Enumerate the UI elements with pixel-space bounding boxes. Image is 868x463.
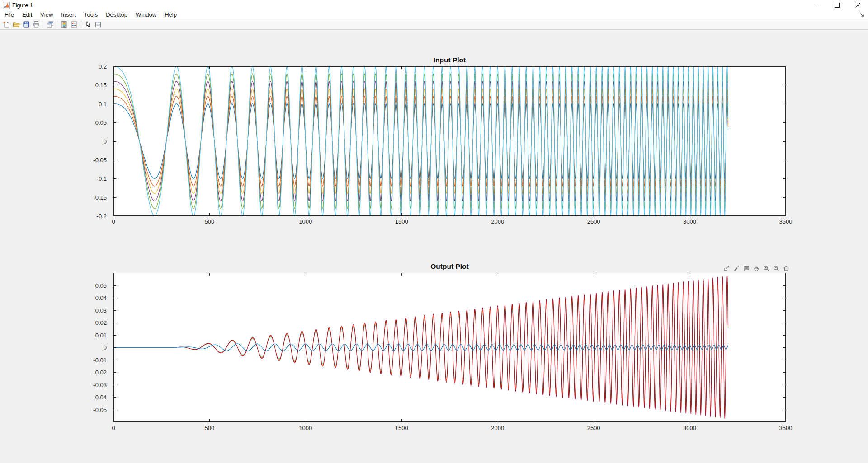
minimize-button[interactable] (806, 0, 826, 10)
output-plot-y-tick-label: 0.03 (74, 307, 107, 314)
output-plot-y-tick-label: 0 (74, 344, 107, 351)
input-plot-x-tick-label: 1000 (290, 218, 321, 225)
close-icon (855, 3, 860, 8)
output-plot-y-tick-label: 0.01 (74, 332, 107, 339)
link-plot-button[interactable] (45, 20, 55, 29)
maximize-button[interactable] (826, 0, 847, 10)
input-plot-y-tick-label: 0.05 (74, 119, 107, 126)
toolbar-overflow-arrow-icon[interactable] (859, 13, 865, 18)
input-plot-x-tick-label: 3000 (674, 218, 706, 225)
toolbar-separator (81, 21, 81, 28)
output-plot-y-tick-label: 0.04 (74, 295, 107, 301)
menu-item-desktop[interactable]: Desktop (102, 10, 132, 19)
input-plot-y-tick-label: -0.15 (74, 194, 107, 201)
insert-legend-button[interactable] (69, 20, 79, 29)
input-plot-y-tick-label: -0.2 (74, 213, 107, 220)
input-plot-y-tick-label: 0.1 (74, 101, 107, 108)
print-figure-button[interactable] (31, 20, 41, 29)
output-plot-x-tick-label: 2500 (578, 425, 609, 431)
output-plot-x-tick-label: 1000 (290, 425, 321, 431)
input-plot-canvas[interactable] (113, 66, 786, 216)
figure-canvas-area: Input Plot05001000150020002500300035000.… (0, 30, 868, 463)
link-plot-icon (47, 21, 54, 28)
output-plot-y-tick-label: -0.04 (74, 394, 107, 401)
output-plot-title: Output Plot (113, 262, 786, 271)
input-plot-x-tick-label: 500 (193, 218, 225, 225)
output-plot-x-tick-label: 500 (193, 425, 225, 431)
matlab-logo-icon (3, 2, 10, 9)
output-plot-canvas[interactable] (113, 273, 786, 422)
insert-colorbar-button[interactable] (59, 20, 69, 29)
menu-item-help[interactable]: Help (160, 10, 181, 19)
insert-colorbar-icon (61, 21, 68, 28)
maximize-icon (835, 3, 840, 8)
output-plot-y-tick-label: -0.05 (74, 407, 107, 413)
output-plot-x-tick-label: 3000 (674, 425, 706, 431)
output-plot-y-tick-label: 0.05 (74, 282, 107, 289)
menu-item-edit[interactable]: Edit (18, 10, 36, 19)
input-plot-x-tick-label: 2000 (482, 218, 514, 225)
close-button[interactable] (847, 0, 868, 10)
menu-bar: FileEditViewInsertToolsDesktopWindowHelp (0, 10, 868, 19)
insert-legend-icon (71, 21, 78, 28)
menu-item-file[interactable]: File (0, 10, 18, 19)
property-inspector-icon (94, 21, 102, 28)
save-figure-button[interactable] (21, 20, 31, 29)
print-figure-icon (33, 21, 40, 28)
output-plot-y-tick-label: -0.02 (74, 369, 107, 376)
menu-item-window[interactable]: Window (132, 10, 160, 19)
output-plot-x-tick-label: 3500 (770, 425, 802, 431)
menu-item-view[interactable]: View (36, 10, 57, 19)
title-bar[interactable]: Figure 1 (0, 0, 868, 10)
save-figure-icon (23, 21, 30, 28)
new-figure-button[interactable] (1, 20, 11, 29)
input-plot-y-tick-label: 0 (74, 138, 107, 145)
output-plot-x-tick-label: 2000 (482, 425, 514, 431)
input-plot-y-tick-label: -0.1 (74, 175, 107, 182)
open-file-button[interactable] (11, 20, 21, 29)
output-plot-x-tick-label: 0 (98, 425, 129, 431)
menu-item-tools[interactable]: Tools (80, 10, 102, 19)
output-plot-y-tick-label: 0.02 (74, 319, 107, 326)
open-file-icon (13, 21, 20, 28)
new-figure-icon (3, 21, 10, 28)
input-plot-title: Input Plot (113, 56, 786, 64)
input-plot-y-tick-label: 0.15 (74, 82, 107, 89)
input-plot-x-tick-label: 2500 (578, 218, 609, 225)
output-plot-y-tick-label: -0.01 (74, 357, 107, 364)
input-plot-y-tick-label: -0.05 (74, 157, 107, 164)
edit-plot-button[interactable] (83, 20, 93, 29)
input-plot-y-tick-label: 0.2 (74, 63, 107, 70)
property-inspector-button[interactable] (93, 20, 103, 29)
toolbar-separator (57, 21, 57, 28)
input-plot-x-tick-label: 3500 (770, 218, 802, 225)
matlab-figure-window: Figure 1 FileEditViewInsertToolsDesktopW… (0, 0, 868, 463)
input-plot-x-tick-label: 1500 (386, 218, 417, 225)
menu-item-insert[interactable]: Insert (57, 10, 80, 19)
output-plot-x-tick-label: 1500 (386, 425, 417, 431)
figure-toolbar (0, 19, 868, 30)
window-title: Figure 1 (12, 2, 33, 9)
output-plot-y-tick-label: -0.03 (74, 382, 107, 388)
edit-plot-icon (85, 21, 92, 28)
toolbar-separator (43, 21, 43, 28)
minimize-icon (814, 3, 819, 8)
